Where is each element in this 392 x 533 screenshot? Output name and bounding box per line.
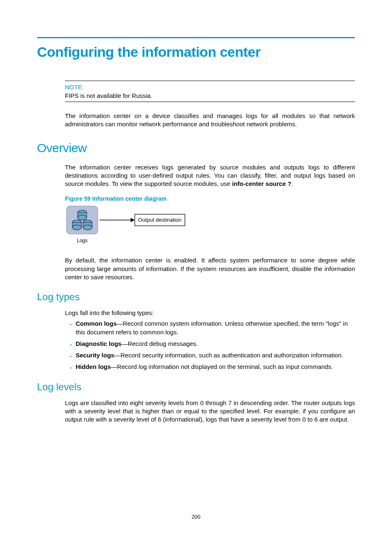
- arrow-head: [131, 218, 135, 222]
- destination-label: Output destination: [138, 217, 182, 223]
- overview-heading: Overview: [37, 141, 355, 155]
- desc: —Record security information, such as au…: [114, 352, 343, 359]
- command-text: info-center source ?: [232, 180, 291, 187]
- log-types-list: Common logs—Record common system informa…: [65, 320, 355, 371]
- note-label: NOTE:: [65, 83, 355, 90]
- intro-paragraph: The information center on a device class…: [65, 112, 355, 129]
- top-rule: [37, 37, 355, 38]
- svg-point-2: [78, 215, 87, 220]
- list-item: Hidden logs—Record log information not d…: [76, 363, 355, 371]
- desc: —Record debug messages.: [122, 340, 198, 347]
- overview-paragraph-1: The information center receives logs gen…: [65, 163, 355, 188]
- log-types-lead: Logs fall into the following types:: [65, 309, 355, 317]
- term: Common logs: [76, 320, 117, 327]
- list-item: Common logs—Record common system informa…: [76, 320, 355, 336]
- log-levels-paragraph: Logs are classified into eight severity …: [65, 399, 355, 424]
- term: Diagnostic logs: [76, 340, 122, 347]
- term: Hidden logs: [76, 363, 111, 370]
- page-number: 200: [0, 514, 392, 520]
- information-center-diagram: Logs Output destination: [66, 205, 355, 248]
- note-rule-top: [65, 81, 355, 81]
- figure-caption: Figure 59 Information center diagram: [65, 195, 355, 202]
- diagram-svg: Logs Output destination: [66, 205, 189, 246]
- log-types-heading: Log types: [37, 291, 355, 303]
- term: Security logs: [76, 352, 114, 359]
- overview-paragraph-2: By default, the information center is en…: [65, 256, 355, 281]
- document-page: Configuring the information center NOTE:…: [0, 0, 392, 533]
- list-item: Security logs—Record security informatio…: [76, 351, 355, 359]
- svg-point-5: [72, 225, 81, 230]
- logs-label: Logs: [77, 238, 88, 243]
- overview-p1-b: .: [291, 180, 293, 187]
- svg-point-8: [83, 225, 92, 230]
- list-item: Diagnostic logs—Record debug messages.: [76, 340, 355, 348]
- desc: —Record log information not displayed on…: [111, 363, 333, 370]
- desc: —Record common system information. Unles…: [76, 320, 348, 335]
- page-title: Configuring the information center: [37, 44, 355, 60]
- overview-p1-a: The information center receives logs gen…: [65, 164, 355, 188]
- note-rule-bottom: [65, 102, 355, 102]
- note-box: NOTE: FIPS is not available for Russia.: [65, 81, 355, 102]
- log-levels-heading: Log levels: [37, 381, 355, 393]
- note-text: FIPS is not available for Russia.: [65, 92, 355, 99]
